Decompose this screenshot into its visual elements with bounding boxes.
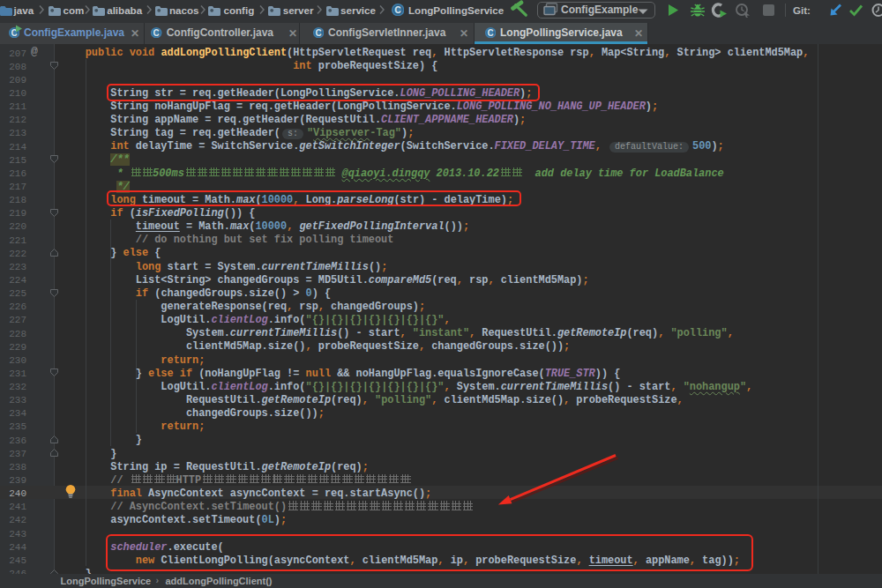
svg-text:C: C (394, 5, 400, 15)
svg-text:C: C (487, 28, 493, 38)
svg-text:C: C (315, 28, 321, 38)
svg-text:C: C (153, 28, 160, 38)
